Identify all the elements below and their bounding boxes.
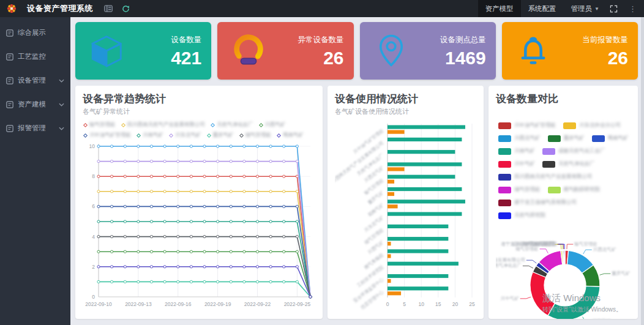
sidebar-item-4[interactable]: 报警管理 <box>0 116 70 140</box>
panel-title: 设备使用情况统计 <box>335 92 476 106</box>
legend-item-6[interactable]: 川东北气矿 <box>170 132 201 139</box>
legend-item-1[interactable]: 四川西南天然气产业发展有限公司 <box>122 121 206 129</box>
legend-label: 川中气矿 <box>514 160 535 168</box>
donut-slice-11[interactable] <box>564 250 565 264</box>
pie-legend-item-11[interactable]: 燃气勘探研究院 <box>548 186 601 193</box>
pie-chart-legend: 川中油气矿管理处川东北作业分公司川西北气矿重庆气矿蜀南气矿川南气矿成都天然气化工… <box>498 122 631 219</box>
more-options-icon[interactable]: ⋮ <box>624 4 639 13</box>
pie-legend-item-6[interactable]: 成都天然气化工总厂 <box>542 148 605 155</box>
sidebar-item-0[interactable]: 综合展示 <box>0 21 70 45</box>
legend-item-2[interactable]: 天然气净化总厂 <box>211 121 253 129</box>
diamond-marker-icon <box>83 133 88 137</box>
diamond-marker-icon <box>258 122 263 127</box>
pie-legend-item-8[interactable]: 天然气净化总厂 <box>542 160 595 168</box>
diamond-marker-icon <box>206 133 211 137</box>
panel-abnormal-trend: 设备异常趋势统计 各气矿异常统计 输气管理处四川西南天然气产业发展有限公司天然气… <box>75 86 323 319</box>
sidebar: 综合展示工艺监控设备管理资产建模报警管理 <box>0 17 70 325</box>
legend-label: 天然气净化总厂 <box>217 121 253 129</box>
nav-item-1[interactable]: 系统配置 <box>521 0 564 17</box>
bar-chart[interactable]: 0510152025川中油气矿管理处四川西南天然气产业发展有限公司天然气净化总厂… <box>335 119 476 312</box>
legend-label: 蜀南气矿 <box>283 132 304 139</box>
sidebar-item-2[interactable]: 设备管理 <box>0 69 70 92</box>
menu-doc-icon <box>6 53 13 61</box>
nav-item-0[interactable]: 资产模型 <box>478 0 521 17</box>
legend-label: 四川西南天然气产业发展有限公司 <box>127 121 206 129</box>
scrollbar-track[interactable] <box>641 17 644 325</box>
legend-label: 天然气研究院 <box>514 212 545 219</box>
legend-label: 川东北作业分公司 <box>579 122 621 129</box>
legend-label: 川南气矿 <box>514 148 535 155</box>
top-navbar: 设备资产管理系统 资产模型系统配置管理员▼ ⋮ <box>0 0 644 17</box>
pie-legend-item-4[interactable]: 蜀南气矿 <box>592 135 629 142</box>
pie-legend-item-0[interactable]: 川中油气矿管理处 <box>498 122 556 129</box>
svg-text:10: 10 <box>418 301 424 307</box>
sidebar-item-label: 设备管理 <box>18 76 59 85</box>
legend-item-9[interactable]: 蜀南气矿 <box>277 132 304 139</box>
pie-legend-item-5[interactable]: 川南气矿 <box>498 148 535 155</box>
legend-color-chip <box>542 161 555 168</box>
diamond-marker-icon <box>239 133 243 137</box>
sidebar-item-3[interactable]: 资产建模 <box>0 92 70 116</box>
chevron-down-icon: ▼ <box>594 6 599 12</box>
card-label: 设备数量 <box>128 35 201 45</box>
legend-label: 川东北气矿 <box>175 132 201 139</box>
chevron-down-icon <box>59 103 64 106</box>
legend-label: 川西北气矿 <box>514 135 541 142</box>
pie-legend-item-2[interactable]: 川西北气矿 <box>498 135 541 142</box>
legend-label: 燃气勘探研究院 <box>564 186 601 193</box>
nav-item-2[interactable]: 管理员▼ <box>564 0 607 17</box>
svg-text:2022-09-10: 2022-09-10 <box>85 301 112 307</box>
card-label: 当前报警数量 <box>555 35 628 45</box>
panel-title: 设备数量对比 <box>496 92 631 106</box>
legend-item-5[interactable]: 川南气矿 <box>137 132 163 139</box>
legend-label: 输气管理处 <box>89 121 116 129</box>
menu-doc-icon <box>6 101 13 108</box>
charts-row: 设备异常趋势统计 各气矿异常统计 输气管理处四川西南天然气产业发展有限公司天然气… <box>75 86 638 319</box>
menu-doc-icon <box>6 29 13 37</box>
card-device-count[interactable]: 设备数量 421 <box>75 22 211 80</box>
legend-item-7[interactable]: 重庆气矿 <box>208 132 234 139</box>
legend-label: 储气管理处 <box>245 132 272 139</box>
svg-text:6: 6 <box>92 203 95 209</box>
kpi-cards-row: 设备数量 421 异常设备数量 26 <box>75 22 638 80</box>
legend-item-8[interactable]: 储气管理处 <box>240 132 272 139</box>
legend-label: 蜀南气矿 <box>608 135 629 142</box>
legend-item-0[interactable]: 输气管理处 <box>84 121 116 129</box>
legend-color-chip <box>498 135 511 142</box>
legend-color-chip <box>548 187 561 193</box>
legend-label: 川中油气矿管理处 <box>89 132 131 139</box>
svg-text:0: 0 <box>92 294 95 300</box>
watermark-line2: 转到“设置”以激活 Windows。 <box>542 305 622 314</box>
sidebar-item-1[interactable]: 工艺监控 <box>0 45 70 69</box>
sidebar-toggle-icon[interactable] <box>102 2 115 15</box>
legend-item-4[interactable]: 川中油气矿管理处 <box>84 132 131 139</box>
svg-text:天然气净化总厂: 天然气净化总厂 <box>496 263 522 268</box>
chevron-down-icon <box>59 79 64 83</box>
sidebar-item-label: 综合展示 <box>18 28 64 37</box>
legend-label: 四川西南天然气产业发展有限公司 <box>514 173 593 181</box>
pie-legend-item-9[interactable]: 四川西南天然气产业发展有限公司 <box>498 173 593 181</box>
pie-legend-item-3[interactable]: 重庆气矿 <box>548 135 585 142</box>
svg-text:四川西南天然气产业发展有限公司: 四川西南天然气产业发展有限公司 <box>496 257 525 263</box>
svg-text:川中气矿: 川中气矿 <box>501 296 520 301</box>
legend-label: 储气管理处 <box>514 186 541 193</box>
card-current-alarms[interactable]: 当前报警数量 26 <box>502 22 638 80</box>
legend-color-chip <box>498 174 511 181</box>
line-chart[interactable]: 02468102022-09-102022-09-132022-09-16202… <box>83 140 315 315</box>
menu-doc-icon <box>6 125 13 132</box>
legend-label: 成都天然气化工总厂 <box>558 148 605 155</box>
fullscreen-icon[interactable] <box>607 2 620 15</box>
pie-legend-item-13[interactable]: 天然气研究院 <box>498 212 545 219</box>
legend-label: 川南气矿 <box>143 132 163 139</box>
pie-legend-item-1[interactable]: 川东北作业分公司 <box>563 122 621 129</box>
card-abnormal-devices[interactable]: 异常设备数量 26 <box>217 22 353 80</box>
diamond-marker-icon <box>277 133 281 137</box>
panel-subtitle: 各气矿异常统计 <box>83 107 315 116</box>
legend-color-chip <box>498 212 511 219</box>
pie-legend-item-10[interactable]: 储气管理处 <box>498 186 541 193</box>
refresh-icon[interactable] <box>119 2 132 15</box>
card-measure-points[interactable]: 设备测点总量 1469 <box>360 22 496 80</box>
legend-item-3[interactable]: 川西气矿 <box>260 121 286 129</box>
pie-legend-item-12[interactable]: 遂宁龙王庙储气库有限公司 <box>498 199 577 206</box>
pie-legend-item-7[interactable]: 川中气矿 <box>498 160 535 168</box>
